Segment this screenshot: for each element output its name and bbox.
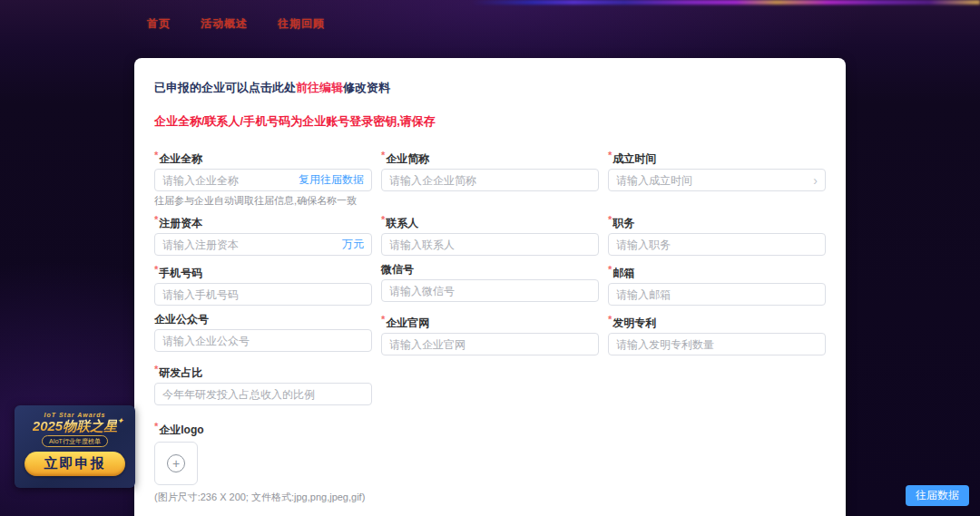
field-job-title: 职务 [608,213,826,256]
form-grid: 企业全称 复用往届数据 往届参与企业自动调取往届信息,确保名称一致 企业简称 成… [154,149,826,413]
registered-capital-input[interactable] [162,239,342,251]
mobile-number-input[interactable] [162,288,364,301]
login-key-warning: 企业全称/联系人/手机号码为企业账号登录密钥,请保存 [154,113,826,130]
badge-title-text: 2025物联之星 [33,418,117,433]
wechat-id-input[interactable] [389,285,591,297]
job-title-input[interactable] [616,239,818,251]
field-company-full-name: 企业全称 复用往届数据 往届参与企业自动调取往届信息,确保名称一致 [154,149,372,206]
field-contact-person: 联系人 [381,213,599,256]
nav-item-home[interactable]: 首页 [147,16,171,32]
star-icon: ✦ [117,414,124,429]
field-helper-text: 往届参与企业自动调取往届信息,确保名称一致 [154,195,372,206]
field-email: 邮箱 [608,263,826,306]
field-label: 注册资本 [154,213,372,229]
company-logo-label: 企业logo [154,420,826,436]
founding-date-picker[interactable]: › [608,169,826,191]
badge-subtitle-en: IoT Star Awards [44,412,105,418]
official-account-input[interactable] [162,335,364,347]
edit-notice-suffix: 修改资料 [343,81,390,94]
badge-pill-label: AIoT行业年度榜单 [42,435,108,447]
logo-upload-note: (图片尺寸:236 X 200; 文件格式:jpg,png,jpeg,gif) [154,491,826,504]
field-label: 手机号码 [154,263,372,279]
field-label: 成立时间 [608,149,826,165]
founding-date-input[interactable] [616,174,813,187]
apply-now-button[interactable]: 立即申报 [24,452,125,476]
invention-patents-input[interactable] [616,338,818,351]
field-wechat-id: 微信号 [381,263,599,306]
field-official-account: 企业公众号 [154,313,372,355]
nav-item-overview[interactable]: 活动概述 [201,16,248,32]
application-form-card: 已申报的企业可以点击此处前往编辑修改资料 企业全称/联系人/手机号码为企业账号登… [134,58,846,516]
field-label: 发明专利 [608,313,826,329]
rd-ratio-input[interactable] [162,388,364,401]
field-company-website: 企业官网 [381,313,599,355]
top-navigation: 首页 活动概述 往期回顾 [0,0,980,48]
field-registered-capital: 注册资本 万元 [154,213,372,256]
field-label: 研发占比 [154,363,372,379]
award-apply-badge[interactable]: IoT Star Awards 2025物联之星✦ AIoT行业年度榜单 立即申… [15,405,135,488]
field-label: 邮箱 [608,263,826,279]
nav-item-past-review[interactable]: 往期回顾 [278,16,325,32]
edit-notice: 已申报的企业可以点击此处前往编辑修改资料 [154,80,826,96]
field-label: 微信号 [381,263,599,276]
contact-person-input[interactable] [389,239,591,251]
go-edit-link[interactable]: 前往编辑 [296,81,343,94]
edit-notice-prefix: 已申报的企业可以点击此处 [154,81,296,94]
field-label: 企业简称 [381,149,599,165]
field-label: 职务 [608,213,826,229]
reuse-past-data-link[interactable]: 复用往届数据 [299,172,364,188]
company-full-name-input[interactable] [162,174,299,187]
field-founding-date: 成立时间 › [608,149,826,206]
field-label: 联系人 [381,213,599,229]
chevron-right-icon: › [813,174,818,187]
company-short-name-input[interactable] [389,174,591,187]
badge-title: 2025物联之星✦ [33,418,117,433]
field-label: 企业公众号 [154,313,372,326]
field-rd-ratio: 研发占比 [154,363,372,405]
plus-icon: + [167,454,185,472]
field-label: 企业全称 [154,149,372,165]
field-mobile-number: 手机号码 [154,263,372,306]
field-invention-patents: 发明专利 [608,313,826,355]
email-input[interactable] [616,288,818,301]
logo-upload-box[interactable]: + [154,442,198,485]
unit-label: 万元 [342,237,364,252]
company-website-input[interactable] [389,338,591,351]
past-data-button[interactable]: 往届数据 [906,485,969,506]
field-company-short-name: 企业简称 [381,149,599,206]
field-label: 企业官网 [381,313,599,329]
